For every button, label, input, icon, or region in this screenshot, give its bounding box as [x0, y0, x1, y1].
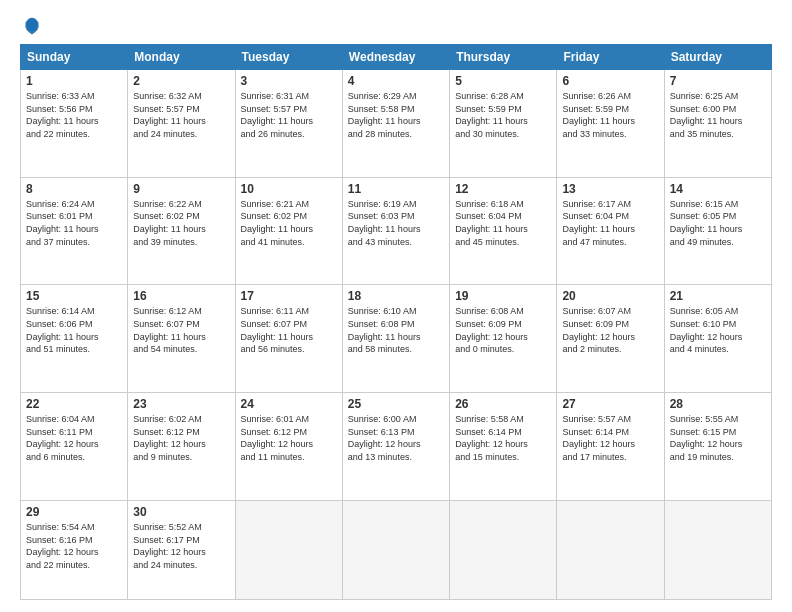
day-info: Sunrise: 6:01 AM Sunset: 6:12 PM Dayligh…	[241, 413, 337, 463]
day-info: Sunrise: 6:04 AM Sunset: 6:11 PM Dayligh…	[26, 413, 122, 463]
calendar-cell	[235, 500, 342, 599]
day-info: Sunrise: 6:29 AM Sunset: 5:58 PM Dayligh…	[348, 90, 444, 140]
day-info: Sunrise: 6:17 AM Sunset: 6:04 PM Dayligh…	[562, 198, 658, 248]
calendar-cell: 25Sunrise: 6:00 AM Sunset: 6:13 PM Dayli…	[342, 393, 449, 501]
day-info: Sunrise: 5:54 AM Sunset: 6:16 PM Dayligh…	[26, 521, 122, 571]
calendar-cell: 4Sunrise: 6:29 AM Sunset: 5:58 PM Daylig…	[342, 70, 449, 178]
day-info: Sunrise: 6:26 AM Sunset: 5:59 PM Dayligh…	[562, 90, 658, 140]
day-number: 5	[455, 74, 551, 88]
calendar-cell: 30Sunrise: 5:52 AM Sunset: 6:17 PM Dayli…	[128, 500, 235, 599]
logo	[20, 16, 42, 36]
calendar-cell: 24Sunrise: 6:01 AM Sunset: 6:12 PM Dayli…	[235, 393, 342, 501]
header	[20, 16, 772, 36]
day-number: 17	[241, 289, 337, 303]
day-info: Sunrise: 6:14 AM Sunset: 6:06 PM Dayligh…	[26, 305, 122, 355]
day-info: Sunrise: 5:57 AM Sunset: 6:14 PM Dayligh…	[562, 413, 658, 463]
day-number: 18	[348, 289, 444, 303]
day-info: Sunrise: 6:21 AM Sunset: 6:02 PM Dayligh…	[241, 198, 337, 248]
week-row-4: 22Sunrise: 6:04 AM Sunset: 6:11 PM Dayli…	[21, 393, 772, 501]
day-info: Sunrise: 6:00 AM Sunset: 6:13 PM Dayligh…	[348, 413, 444, 463]
week-row-5: 29Sunrise: 5:54 AM Sunset: 6:16 PM Dayli…	[21, 500, 772, 599]
calendar-cell: 5Sunrise: 6:28 AM Sunset: 5:59 PM Daylig…	[450, 70, 557, 178]
calendar-cell: 2Sunrise: 6:32 AM Sunset: 5:57 PM Daylig…	[128, 70, 235, 178]
day-info: Sunrise: 5:58 AM Sunset: 6:14 PM Dayligh…	[455, 413, 551, 463]
week-row-3: 15Sunrise: 6:14 AM Sunset: 6:06 PM Dayli…	[21, 285, 772, 393]
day-number: 29	[26, 505, 122, 519]
weekday-header-row: SundayMondayTuesdayWednesdayThursdayFrid…	[21, 45, 772, 70]
calendar-cell: 3Sunrise: 6:31 AM Sunset: 5:57 PM Daylig…	[235, 70, 342, 178]
day-info: Sunrise: 6:07 AM Sunset: 6:09 PM Dayligh…	[562, 305, 658, 355]
calendar-table: SundayMondayTuesdayWednesdayThursdayFrid…	[20, 44, 772, 600]
day-number: 7	[670, 74, 766, 88]
day-info: Sunrise: 6:10 AM Sunset: 6:08 PM Dayligh…	[348, 305, 444, 355]
calendar-cell: 9Sunrise: 6:22 AM Sunset: 6:02 PM Daylig…	[128, 177, 235, 285]
day-number: 23	[133, 397, 229, 411]
day-number: 12	[455, 182, 551, 196]
day-info: Sunrise: 6:24 AM Sunset: 6:01 PM Dayligh…	[26, 198, 122, 248]
calendar-cell	[557, 500, 664, 599]
calendar-cell: 8Sunrise: 6:24 AM Sunset: 6:01 PM Daylig…	[21, 177, 128, 285]
day-number: 25	[348, 397, 444, 411]
calendar-cell: 15Sunrise: 6:14 AM Sunset: 6:06 PM Dayli…	[21, 285, 128, 393]
calendar-cell: 22Sunrise: 6:04 AM Sunset: 6:11 PM Dayli…	[21, 393, 128, 501]
calendar-cell: 12Sunrise: 6:18 AM Sunset: 6:04 PM Dayli…	[450, 177, 557, 285]
day-number: 6	[562, 74, 658, 88]
calendar-cell	[450, 500, 557, 599]
day-info: Sunrise: 5:52 AM Sunset: 6:17 PM Dayligh…	[133, 521, 229, 571]
calendar-cell: 26Sunrise: 5:58 AM Sunset: 6:14 PM Dayli…	[450, 393, 557, 501]
weekday-header-wednesday: Wednesday	[342, 45, 449, 70]
weekday-header-thursday: Thursday	[450, 45, 557, 70]
weekday-header-monday: Monday	[128, 45, 235, 70]
calendar-cell: 18Sunrise: 6:10 AM Sunset: 6:08 PM Dayli…	[342, 285, 449, 393]
calendar-cell	[342, 500, 449, 599]
calendar-cell: 6Sunrise: 6:26 AM Sunset: 5:59 PM Daylig…	[557, 70, 664, 178]
weekday-header-sunday: Sunday	[21, 45, 128, 70]
calendar-cell: 29Sunrise: 5:54 AM Sunset: 6:16 PM Dayli…	[21, 500, 128, 599]
calendar-cell: 27Sunrise: 5:57 AM Sunset: 6:14 PM Dayli…	[557, 393, 664, 501]
calendar-cell	[664, 500, 771, 599]
logo-text	[20, 16, 42, 36]
week-row-1: 1Sunrise: 6:33 AM Sunset: 5:56 PM Daylig…	[21, 70, 772, 178]
day-number: 28	[670, 397, 766, 411]
day-info: Sunrise: 5:55 AM Sunset: 6:15 PM Dayligh…	[670, 413, 766, 463]
day-info: Sunrise: 6:31 AM Sunset: 5:57 PM Dayligh…	[241, 90, 337, 140]
calendar-cell: 13Sunrise: 6:17 AM Sunset: 6:04 PM Dayli…	[557, 177, 664, 285]
weekday-header-friday: Friday	[557, 45, 664, 70]
day-number: 20	[562, 289, 658, 303]
calendar-cell: 19Sunrise: 6:08 AM Sunset: 6:09 PM Dayli…	[450, 285, 557, 393]
weekday-header-saturday: Saturday	[664, 45, 771, 70]
day-info: Sunrise: 6:08 AM Sunset: 6:09 PM Dayligh…	[455, 305, 551, 355]
day-info: Sunrise: 6:19 AM Sunset: 6:03 PM Dayligh…	[348, 198, 444, 248]
calendar-cell: 28Sunrise: 5:55 AM Sunset: 6:15 PM Dayli…	[664, 393, 771, 501]
calendar-cell: 17Sunrise: 6:11 AM Sunset: 6:07 PM Dayli…	[235, 285, 342, 393]
day-number: 19	[455, 289, 551, 303]
day-number: 14	[670, 182, 766, 196]
day-info: Sunrise: 6:15 AM Sunset: 6:05 PM Dayligh…	[670, 198, 766, 248]
day-info: Sunrise: 6:28 AM Sunset: 5:59 PM Dayligh…	[455, 90, 551, 140]
day-number: 3	[241, 74, 337, 88]
logo-icon	[22, 16, 42, 36]
day-number: 15	[26, 289, 122, 303]
day-number: 26	[455, 397, 551, 411]
week-row-2: 8Sunrise: 6:24 AM Sunset: 6:01 PM Daylig…	[21, 177, 772, 285]
day-number: 13	[562, 182, 658, 196]
calendar-cell: 7Sunrise: 6:25 AM Sunset: 6:00 PM Daylig…	[664, 70, 771, 178]
day-number: 9	[133, 182, 229, 196]
calendar-cell: 16Sunrise: 6:12 AM Sunset: 6:07 PM Dayli…	[128, 285, 235, 393]
calendar-cell: 14Sunrise: 6:15 AM Sunset: 6:05 PM Dayli…	[664, 177, 771, 285]
day-info: Sunrise: 6:02 AM Sunset: 6:12 PM Dayligh…	[133, 413, 229, 463]
day-number: 10	[241, 182, 337, 196]
day-info: Sunrise: 6:05 AM Sunset: 6:10 PM Dayligh…	[670, 305, 766, 355]
day-number: 8	[26, 182, 122, 196]
day-info: Sunrise: 6:12 AM Sunset: 6:07 PM Dayligh…	[133, 305, 229, 355]
calendar-cell: 20Sunrise: 6:07 AM Sunset: 6:09 PM Dayli…	[557, 285, 664, 393]
calendar-cell: 21Sunrise: 6:05 AM Sunset: 6:10 PM Dayli…	[664, 285, 771, 393]
day-info: Sunrise: 6:22 AM Sunset: 6:02 PM Dayligh…	[133, 198, 229, 248]
day-info: Sunrise: 6:25 AM Sunset: 6:00 PM Dayligh…	[670, 90, 766, 140]
day-number: 16	[133, 289, 229, 303]
calendar-cell: 23Sunrise: 6:02 AM Sunset: 6:12 PM Dayli…	[128, 393, 235, 501]
page: SundayMondayTuesdayWednesdayThursdayFrid…	[0, 0, 792, 612]
day-info: Sunrise: 6:18 AM Sunset: 6:04 PM Dayligh…	[455, 198, 551, 248]
day-number: 2	[133, 74, 229, 88]
day-number: 4	[348, 74, 444, 88]
